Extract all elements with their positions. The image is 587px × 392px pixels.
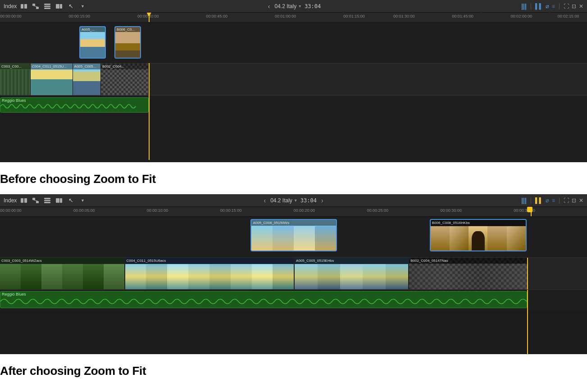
tool-dropdown-icon-b[interactable]: ▼ [78,196,87,205]
b-ruler-mark-5: 00:00:25:00 [367,208,388,213]
close-icon-bottom[interactable]: ✕ [579,197,583,204]
project-dropdown-icon[interactable]: ▼ [298,4,302,9]
svg-rect-15 [44,198,50,199]
clip-appearance-icon[interactable] [19,2,28,11]
clip-c003-bottom[interactable]: C003_C003_0514WZacs [0,258,125,289]
b-ruler-mark-6: 00:00:30:00 [440,208,462,213]
svg-rect-18 [56,198,59,203]
yellow-marker-line-bottom [531,212,532,217]
enhance-icon-b[interactable]: ||| [521,197,527,204]
yellow-marker-empty-bottom [527,310,528,354]
headphones-icon[interactable]: ⌀ [546,3,549,9]
view-options-icon[interactable] [55,2,64,11]
clip-b002-b-label: B002_C004_0514TNas [409,258,527,264]
label-before: Before choosing Zoom to Fit [0,167,587,191]
clip-c003-top[interactable]: C003_C00... [0,64,31,95]
bottom-tracks: A005_C006_05150Ws B006_C008_0516HKbs [0,217,587,354]
svg-rect-3 [36,7,39,9]
clip-b006-connected[interactable]: B006_C0... [114,26,141,59]
svg-rect-13 [36,201,39,203]
clip-b002-top-label: B002_C004... [101,64,148,69]
clip-a005-connected-b[interactable]: A005_C006_05150Ws [250,219,337,251]
bottom-toolbar-left: Index [4,196,197,205]
playhead-full-top [149,63,150,160]
b-ruler-mark-4: 00:00:20:00 [294,208,315,213]
clip-a005-label: A005_... [80,27,105,32]
separator-1 [531,3,531,9]
ruler-mark-6: 00:01:30:00 [393,14,415,18]
svg-rect-9 [60,4,62,9]
toolbar-right: ||| ▌▌ ⌀ ≡ ⛶ ⊡ ✕ [390,3,583,10]
ruler-mark-5: 00:01:15:00 [343,14,365,18]
clip-b002-bottom[interactable]: B002_C004_0514TNas [409,258,527,289]
tool-dropdown-icon[interactable]: ▼ [78,2,87,11]
fullscreen-icon[interactable]: ⛶ [564,3,569,9]
svg-rect-11 [24,198,27,203]
zoom-fit-icon-b[interactable]: ⊡ [572,197,576,204]
audio-meter-icon-b[interactable]: ▌▌ [535,197,543,204]
audio-label-bottom: Reggio Blues [2,292,26,296]
nav-fwd-bottom[interactable]: › [319,197,325,204]
svg-rect-2 [32,4,35,6]
connection-icon-b[interactable] [31,196,40,205]
connected-clips-row-bottom: A005_C006_05150Ws B006_C008_0516HKbs [0,217,587,257]
channel-icon[interactable]: ≡ [552,3,555,9]
clip-b002-top[interactable]: B002_C004... [101,64,149,95]
clip-a005-b-label: A005_C006_05150Ws [251,220,336,226]
svg-rect-6 [44,5,50,7]
clip-b006-connected-b[interactable]: B006_C008_0516HKbs [430,219,527,251]
top-tracks: A005_... B006_C0... C003_C00... C0 [0,23,587,160]
audio-track-top: Reggio Blues [0,96,587,114]
ruler-mark-8: 00:02:00:00 [511,14,532,18]
toolbar-center: ‹ 04.2 Italy ▼ 33:04 [197,3,390,10]
bottom-ruler: 00:00:00:00 00:00:05:00 00:00:10:00 00:0… [0,207,587,217]
primary-storyline-top: C003_C00... C004_C011_0515U... A005_C005… [0,63,587,96]
project-name-top: 04.2 Italy ▼ [274,3,302,9]
label-after-container: After choosing Zoom to Fit [0,354,587,386]
timecode-bottom: 33:04 [300,197,317,204]
bottom-toolbar: Index [0,194,587,207]
svg-rect-5 [44,4,50,5]
nav-back-bottom[interactable]: ‹ [262,197,268,204]
view-options-icon-b[interactable] [55,196,64,205]
yellow-marker-head-bottom [527,207,532,212]
connected-clips-row-top: A005_... B006_C0... [0,23,587,63]
waveform-bottom [0,296,527,307]
audio-meter-icon[interactable]: ▌▌ [535,3,543,9]
lanes-icon-b[interactable] [43,196,52,205]
svg-rect-17 [44,202,50,203]
primary-storyline-bottom: C003_C003_0514WZacs C004_C011_0515U6acs [0,257,587,290]
b-ruler-mark-2: 00:00:10:00 [147,208,168,213]
headphones-icon-b[interactable]: ⌀ [546,197,549,204]
connection-icon[interactable] [31,2,40,11]
enhance-icon[interactable]: ||| [521,3,527,10]
clip-a005-top[interactable]: A005_C005... [73,64,101,95]
index-label-bottom[interactable]: Index [4,197,17,204]
fullscreen-icon-b[interactable]: ⛶ [564,197,569,204]
bottom-toolbar-right: ||| ▌▌ ⌀ ≡ ⛶ ⊡ ✕ [390,197,583,204]
tool-select-icon[interactable]: ↖ [66,2,75,11]
channel-icon-b[interactable]: ≡ [552,197,555,204]
clip-a005-connected[interactable]: A005_... [79,26,106,59]
clip-c004-bottom[interactable]: C004_C011_0515U6acs [125,258,295,289]
tool-select-icon-b[interactable]: ↖ [66,196,75,205]
nav-back-top[interactable]: ‹ [266,3,272,10]
zoom-fit-icon[interactable]: ⊡ [572,3,576,9]
separator-1b [531,197,531,204]
index-label-top[interactable]: Index [4,3,17,9]
audio-reggio-top[interactable]: Reggio Blues [0,97,149,113]
ruler-mark-1: 00:00:15:00 [68,14,90,18]
close-icon-top[interactable]: ✕ [579,3,583,9]
clip-a005-bottom[interactable]: A005_C005_0515EHbs [295,258,409,289]
separator-2b [559,197,560,204]
label-before-container: Before choosing Zoom to Fit [0,162,587,194]
empty-space-bottom [0,310,587,354]
clip-c004-top[interactable]: C004_C011_0515U... [31,64,73,95]
audio-reggio-bottom[interactable]: Reggio Blues [0,291,527,308]
project-name-bottom: 04.2 Italy ▼ [270,197,298,204]
project-dropdown-icon-b[interactable]: ▼ [294,198,298,203]
clip-appearance-icon-b[interactable] [19,196,28,205]
label-after: After choosing Zoom to Fit [0,359,587,383]
svg-rect-16 [44,200,50,201]
lanes-icon[interactable] [43,2,52,11]
